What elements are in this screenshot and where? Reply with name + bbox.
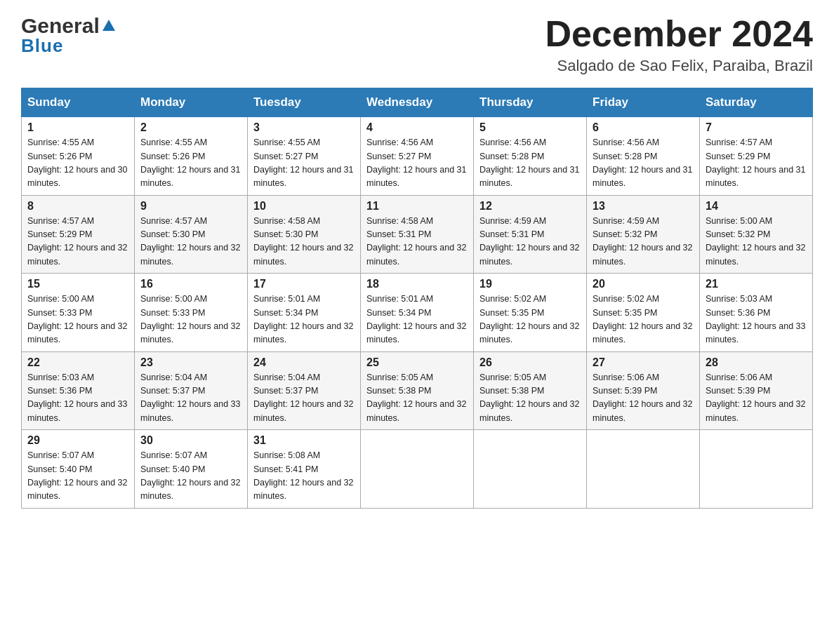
logo-triangle-icon <box>101 18 117 34</box>
header-wednesday: Wednesday <box>361 88 474 117</box>
day-info: Sunrise: 5:02 AMSunset: 5:35 PMDaylight:… <box>479 293 581 347</box>
day-number: 25 <box>366 356 468 369</box>
calendar-week-row: 8Sunrise: 4:57 AMSunset: 5:29 PMDaylight… <box>22 195 813 274</box>
calendar-week-row: 15Sunrise: 5:00 AMSunset: 5:33 PMDayligh… <box>22 274 813 352</box>
day-info: Sunrise: 5:03 AMSunset: 5:36 PMDaylight:… <box>27 371 128 426</box>
day-info: Sunrise: 4:57 AMSunset: 5:29 PMDaylight:… <box>27 215 128 269</box>
calendar-cell: 13Sunrise: 4:59 AMSunset: 5:32 PMDayligh… <box>587 195 700 274</box>
subtitle: Salgado de Sao Felix, Paraiba, Brazil <box>545 57 813 75</box>
calendar-week-row: 1Sunrise: 4:55 AMSunset: 5:26 PMDaylight… <box>22 117 813 196</box>
day-number: 3 <box>253 121 355 134</box>
day-number: 29 <box>27 434 128 447</box>
day-number: 9 <box>140 200 241 213</box>
day-info: Sunrise: 4:58 AMSunset: 5:30 PMDaylight:… <box>253 215 355 269</box>
day-number: 13 <box>593 200 694 213</box>
day-info: Sunrise: 4:55 AMSunset: 5:26 PMDaylight:… <box>140 136 241 191</box>
calendar-cell: 9Sunrise: 4:57 AMSunset: 5:30 PMDaylight… <box>135 195 248 274</box>
day-number: 10 <box>253 200 355 213</box>
header-saturday: Saturday <box>700 88 813 117</box>
day-number: 30 <box>140 434 241 447</box>
calendar-cell: 30Sunrise: 5:07 AMSunset: 5:40 PMDayligh… <box>135 430 248 509</box>
calendar-cell: 15Sunrise: 5:00 AMSunset: 5:33 PMDayligh… <box>22 274 135 352</box>
header: General Blue December 2024 Salgado de Sa… <box>21 14 813 75</box>
day-number: 26 <box>479 356 581 369</box>
calendar-cell: 3Sunrise: 4:55 AMSunset: 5:27 PMDaylight… <box>248 117 361 196</box>
day-number: 17 <box>253 278 355 290</box>
day-number: 22 <box>27 356 128 369</box>
calendar-cell: 12Sunrise: 4:59 AMSunset: 5:31 PMDayligh… <box>474 195 587 274</box>
day-info: Sunrise: 4:59 AMSunset: 5:32 PMDaylight:… <box>593 215 694 269</box>
calendar-cell <box>700 430 813 509</box>
calendar-cell: 29Sunrise: 5:07 AMSunset: 5:40 PMDayligh… <box>22 430 135 509</box>
calendar-cell <box>587 430 700 509</box>
day-info: Sunrise: 5:00 AMSunset: 5:32 PMDaylight:… <box>706 215 807 269</box>
day-number: 2 <box>140 121 241 134</box>
day-info: Sunrise: 4:58 AMSunset: 5:31 PMDaylight:… <box>366 215 468 269</box>
calendar-header-row: SundayMondayTuesdayWednesdayThursdayFrid… <box>22 88 813 117</box>
day-info: Sunrise: 5:02 AMSunset: 5:35 PMDaylight:… <box>593 293 694 347</box>
day-info: Sunrise: 5:01 AMSunset: 5:34 PMDaylight:… <box>253 293 355 347</box>
calendar-cell: 25Sunrise: 5:05 AMSunset: 5:38 PMDayligh… <box>361 351 474 430</box>
calendar-cell: 10Sunrise: 4:58 AMSunset: 5:30 PMDayligh… <box>248 195 361 274</box>
day-number: 24 <box>253 356 355 369</box>
day-number: 19 <box>479 278 581 290</box>
header-monday: Monday <box>135 88 248 117</box>
calendar-cell: 17Sunrise: 5:01 AMSunset: 5:34 PMDayligh… <box>248 274 361 352</box>
day-info: Sunrise: 5:07 AMSunset: 5:40 PMDaylight:… <box>140 449 241 504</box>
calendar-cell: 2Sunrise: 4:55 AMSunset: 5:26 PMDaylight… <box>135 117 248 196</box>
calendar-cell: 11Sunrise: 4:58 AMSunset: 5:31 PMDayligh… <box>361 195 474 274</box>
calendar-cell: 31Sunrise: 5:08 AMSunset: 5:41 PMDayligh… <box>248 430 361 509</box>
day-number: 16 <box>140 278 241 290</box>
day-info: Sunrise: 5:07 AMSunset: 5:40 PMDaylight:… <box>27 449 128 504</box>
title-area: December 2024 Salgado de Sao Felix, Para… <box>545 14 813 75</box>
day-number: 18 <box>366 278 468 290</box>
calendar-cell: 1Sunrise: 4:55 AMSunset: 5:26 PMDaylight… <box>22 117 135 196</box>
calendar-table: SundayMondayTuesdayWednesdayThursdayFrid… <box>21 88 813 509</box>
day-info: Sunrise: 4:56 AMSunset: 5:27 PMDaylight:… <box>366 136 468 191</box>
day-info: Sunrise: 5:06 AMSunset: 5:39 PMDaylight:… <box>706 371 807 426</box>
day-info: Sunrise: 5:01 AMSunset: 5:34 PMDaylight:… <box>366 293 468 347</box>
day-info: Sunrise: 5:05 AMSunset: 5:38 PMDaylight:… <box>479 371 581 426</box>
day-info: Sunrise: 4:55 AMSunset: 5:26 PMDaylight:… <box>27 136 128 191</box>
day-number: 20 <box>593 278 694 290</box>
logo: General Blue <box>21 14 117 57</box>
day-info: Sunrise: 4:57 AMSunset: 5:30 PMDaylight:… <box>140 215 241 269</box>
day-info: Sunrise: 5:00 AMSunset: 5:33 PMDaylight:… <box>140 293 241 347</box>
calendar-cell: 22Sunrise: 5:03 AMSunset: 5:36 PMDayligh… <box>22 351 135 430</box>
calendar-week-row: 29Sunrise: 5:07 AMSunset: 5:40 PMDayligh… <box>22 430 813 509</box>
logo-general: General <box>21 14 100 38</box>
day-info: Sunrise: 4:57 AMSunset: 5:29 PMDaylight:… <box>706 136 807 191</box>
day-number: 28 <box>706 356 807 369</box>
day-number: 31 <box>253 434 355 447</box>
day-number: 27 <box>593 356 694 369</box>
day-number: 1 <box>27 121 128 134</box>
calendar-cell: 21Sunrise: 5:03 AMSunset: 5:36 PMDayligh… <box>700 274 813 352</box>
day-number: 4 <box>366 121 468 134</box>
day-number: 8 <box>27 200 128 213</box>
header-sunday: Sunday <box>22 88 135 117</box>
calendar-week-row: 22Sunrise: 5:03 AMSunset: 5:36 PMDayligh… <box>22 351 813 430</box>
calendar-cell: 24Sunrise: 5:04 AMSunset: 5:37 PMDayligh… <box>248 351 361 430</box>
calendar-cell: 7Sunrise: 4:57 AMSunset: 5:29 PMDaylight… <box>700 117 813 196</box>
calendar-cell: 8Sunrise: 4:57 AMSunset: 5:29 PMDaylight… <box>22 195 135 274</box>
day-number: 15 <box>27 278 128 290</box>
calendar-cell: 18Sunrise: 5:01 AMSunset: 5:34 PMDayligh… <box>361 274 474 352</box>
calendar-cell: 27Sunrise: 5:06 AMSunset: 5:39 PMDayligh… <box>587 351 700 430</box>
calendar-cell: 19Sunrise: 5:02 AMSunset: 5:35 PMDayligh… <box>474 274 587 352</box>
svg-marker-0 <box>102 20 115 31</box>
calendar-cell: 14Sunrise: 5:00 AMSunset: 5:32 PMDayligh… <box>700 195 813 274</box>
main-title: December 2024 <box>545 14 813 54</box>
calendar-cell: 23Sunrise: 5:04 AMSunset: 5:37 PMDayligh… <box>135 351 248 430</box>
day-info: Sunrise: 5:04 AMSunset: 5:37 PMDaylight:… <box>253 371 355 426</box>
day-info: Sunrise: 4:55 AMSunset: 5:27 PMDaylight:… <box>253 136 355 191</box>
day-number: 12 <box>479 200 581 213</box>
calendar-cell <box>361 430 474 509</box>
day-info: Sunrise: 5:06 AMSunset: 5:39 PMDaylight:… <box>593 371 694 426</box>
day-number: 23 <box>140 356 241 369</box>
day-number: 7 <box>706 121 807 134</box>
calendar-cell: 6Sunrise: 4:56 AMSunset: 5:28 PMDaylight… <box>587 117 700 196</box>
calendar-cell <box>474 430 587 509</box>
calendar-cell: 16Sunrise: 5:00 AMSunset: 5:33 PMDayligh… <box>135 274 248 352</box>
header-tuesday: Tuesday <box>248 88 361 117</box>
day-info: Sunrise: 5:03 AMSunset: 5:36 PMDaylight:… <box>706 293 807 347</box>
